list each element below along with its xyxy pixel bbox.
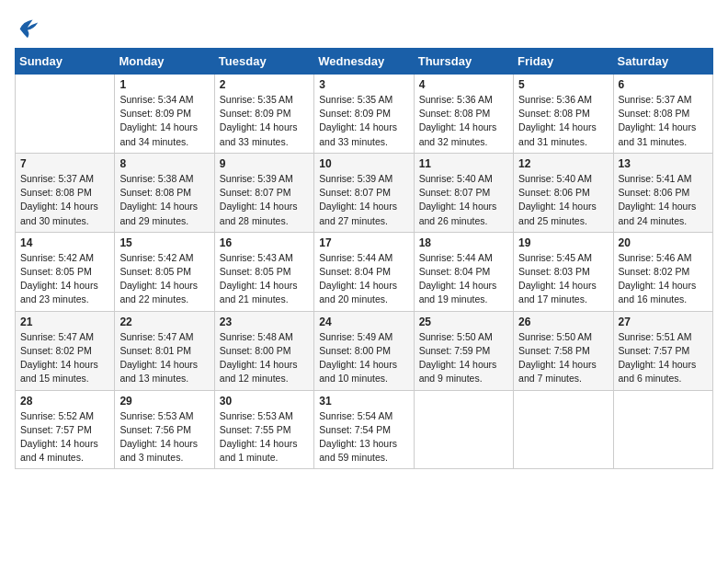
day-info: Sunrise: 5:37 AM Sunset: 8:08 PM Dayligh… (619, 93, 708, 149)
day-number: 16 (220, 236, 309, 249)
day-number: 20 (619, 236, 708, 249)
week-row-3: 14Sunrise: 5:42 AM Sunset: 8:05 PM Dayli… (16, 232, 713, 311)
day-info: Sunrise: 5:41 AM Sunset: 8:06 PM Dayligh… (619, 172, 708, 228)
day-number: 4 (419, 78, 508, 91)
day-info: Sunrise: 5:34 AM Sunset: 8:09 PM Dayligh… (119, 93, 209, 149)
calendar-cell: 4Sunrise: 5:36 AM Sunset: 8:08 PM Daylig… (414, 75, 513, 154)
day-info: Sunrise: 5:44 AM Sunset: 8:04 PM Dayligh… (419, 251, 508, 307)
day-number: 8 (119, 157, 209, 170)
calendar-cell: 16Sunrise: 5:43 AM Sunset: 8:05 PM Dayli… (214, 232, 313, 311)
day-info: Sunrise: 5:39 AM Sunset: 8:07 PM Dayligh… (319, 172, 408, 228)
week-row-4: 21Sunrise: 5:47 AM Sunset: 8:02 PM Dayli… (16, 311, 713, 390)
day-number: 3 (319, 78, 408, 91)
calendar-cell: 25Sunrise: 5:50 AM Sunset: 7:59 PM Dayli… (414, 311, 513, 390)
day-info: Sunrise: 5:52 AM Sunset: 7:57 PM Dayligh… (20, 409, 109, 465)
calendar-cell (514, 390, 613, 469)
week-row-5: 28Sunrise: 5:52 AM Sunset: 7:57 PM Dayli… (16, 390, 713, 469)
calendar-cell: 14Sunrise: 5:42 AM Sunset: 8:05 PM Dayli… (16, 232, 115, 311)
day-info: Sunrise: 5:53 AM Sunset: 7:55 PM Dayligh… (220, 409, 309, 465)
day-number: 13 (619, 157, 708, 170)
weekday-wednesday: Wednesday (314, 49, 414, 75)
day-info: Sunrise: 5:54 AM Sunset: 7:54 PM Dayligh… (319, 409, 408, 465)
day-number: 23 (220, 316, 309, 328)
day-number: 11 (419, 157, 508, 170)
day-info: Sunrise: 5:40 AM Sunset: 8:07 PM Dayligh… (419, 172, 508, 228)
calendar-cell: 26Sunrise: 5:50 AM Sunset: 7:58 PM Dayli… (514, 311, 613, 390)
calendar-cell: 31Sunrise: 5:54 AM Sunset: 7:54 PM Dayli… (314, 390, 414, 469)
day-number: 28 (20, 395, 109, 408)
weekday-thursday: Thursday (414, 49, 513, 75)
day-number: 19 (518, 236, 608, 249)
weekday-monday: Monday (115, 49, 214, 75)
day-number: 26 (518, 316, 608, 328)
weekday-header-row: SundayMondayTuesdayWednesdayThursdayFrid… (16, 49, 713, 75)
calendar-cell: 15Sunrise: 5:42 AM Sunset: 8:05 PM Dayli… (115, 232, 214, 311)
day-info: Sunrise: 5:44 AM Sunset: 8:04 PM Dayligh… (319, 251, 408, 307)
day-number: 24 (319, 316, 408, 328)
day-number: 22 (119, 316, 209, 328)
day-number: 12 (518, 157, 608, 170)
calendar-cell: 17Sunrise: 5:44 AM Sunset: 8:04 PM Dayli… (314, 232, 414, 311)
calendar-cell (414, 390, 513, 469)
calendar-cell: 29Sunrise: 5:53 AM Sunset: 7:56 PM Dayli… (115, 390, 214, 469)
calendar-cell: 13Sunrise: 5:41 AM Sunset: 8:06 PM Dayli… (613, 153, 712, 232)
calendar-cell: 20Sunrise: 5:46 AM Sunset: 8:02 PM Dayli… (613, 232, 712, 311)
calendar-cell: 30Sunrise: 5:53 AM Sunset: 7:55 PM Dayli… (214, 390, 313, 469)
calendar-body: 1Sunrise: 5:34 AM Sunset: 8:09 PM Daylig… (16, 75, 713, 469)
calendar-cell: 22Sunrise: 5:47 AM Sunset: 8:01 PM Dayli… (115, 311, 214, 390)
calendar-cell: 18Sunrise: 5:44 AM Sunset: 8:04 PM Dayli… (414, 232, 513, 311)
day-number: 17 (319, 236, 408, 249)
calendar-cell: 8Sunrise: 5:38 AM Sunset: 8:08 PM Daylig… (115, 153, 214, 232)
day-info: Sunrise: 5:37 AM Sunset: 8:08 PM Dayligh… (20, 172, 109, 228)
day-info: Sunrise: 5:46 AM Sunset: 8:02 PM Dayligh… (619, 251, 708, 307)
weekday-saturday: Saturday (613, 49, 712, 75)
day-info: Sunrise: 5:36 AM Sunset: 8:08 PM Dayligh… (518, 93, 608, 149)
week-row-2: 7Sunrise: 5:37 AM Sunset: 8:08 PM Daylig… (16, 153, 713, 232)
day-info: Sunrise: 5:38 AM Sunset: 8:08 PM Dayligh… (119, 172, 209, 228)
page-header (15, 15, 713, 40)
day-info: Sunrise: 5:50 AM Sunset: 7:59 PM Dayligh… (419, 330, 508, 386)
day-info: Sunrise: 5:35 AM Sunset: 8:09 PM Dayligh… (319, 93, 408, 149)
day-number: 27 (619, 316, 708, 328)
day-info: Sunrise: 5:35 AM Sunset: 8:09 PM Dayligh… (220, 93, 309, 149)
calendar-cell: 6Sunrise: 5:37 AM Sunset: 8:08 PM Daylig… (613, 75, 712, 154)
day-number: 18 (419, 236, 508, 249)
weekday-tuesday: Tuesday (214, 49, 313, 75)
day-info: Sunrise: 5:39 AM Sunset: 8:07 PM Dayligh… (220, 172, 309, 228)
day-info: Sunrise: 5:53 AM Sunset: 7:56 PM Dayligh… (119, 409, 209, 465)
calendar-table: SundayMondayTuesdayWednesdayThursdayFrid… (15, 48, 713, 469)
day-info: Sunrise: 5:47 AM Sunset: 8:01 PM Dayligh… (119, 330, 209, 386)
calendar-cell: 27Sunrise: 5:51 AM Sunset: 7:57 PM Dayli… (613, 311, 712, 390)
day-number: 9 (220, 157, 309, 170)
calendar-cell: 11Sunrise: 5:40 AM Sunset: 8:07 PM Dayli… (414, 153, 513, 232)
day-number: 31 (319, 395, 408, 408)
calendar-cell: 23Sunrise: 5:48 AM Sunset: 8:00 PM Dayli… (214, 311, 313, 390)
calendar-cell (16, 75, 115, 154)
calendar-cell: 21Sunrise: 5:47 AM Sunset: 8:02 PM Dayli… (16, 311, 115, 390)
weekday-friday: Friday (514, 49, 613, 75)
day-number: 10 (319, 157, 408, 170)
calendar-cell: 2Sunrise: 5:35 AM Sunset: 8:09 PM Daylig… (214, 75, 313, 154)
day-number: 5 (518, 78, 608, 91)
day-info: Sunrise: 5:40 AM Sunset: 8:06 PM Dayligh… (518, 172, 608, 228)
day-info: Sunrise: 5:51 AM Sunset: 7:57 PM Dayligh… (619, 330, 708, 386)
calendar-cell: 7Sunrise: 5:37 AM Sunset: 8:08 PM Daylig… (16, 153, 115, 232)
day-info: Sunrise: 5:47 AM Sunset: 8:02 PM Dayligh… (20, 330, 109, 386)
logo-bird-icon (15, 15, 40, 40)
day-info: Sunrise: 5:43 AM Sunset: 8:05 PM Dayligh… (220, 251, 309, 307)
day-info: Sunrise: 5:48 AM Sunset: 8:00 PM Dayligh… (220, 330, 309, 386)
day-info: Sunrise: 5:45 AM Sunset: 8:03 PM Dayligh… (518, 251, 608, 307)
day-info: Sunrise: 5:42 AM Sunset: 8:05 PM Dayligh… (20, 251, 109, 307)
day-info: Sunrise: 5:50 AM Sunset: 7:58 PM Dayligh… (518, 330, 608, 386)
week-row-1: 1Sunrise: 5:34 AM Sunset: 8:09 PM Daylig… (16, 75, 713, 154)
calendar-cell: 24Sunrise: 5:49 AM Sunset: 8:00 PM Dayli… (314, 311, 414, 390)
day-number: 15 (119, 236, 209, 249)
day-info: Sunrise: 5:42 AM Sunset: 8:05 PM Dayligh… (119, 251, 209, 307)
calendar-cell: 3Sunrise: 5:35 AM Sunset: 8:09 PM Daylig… (314, 75, 414, 154)
day-number: 7 (20, 157, 109, 170)
logo (15, 15, 44, 40)
day-number: 29 (119, 395, 209, 408)
day-number: 14 (20, 236, 109, 249)
calendar-cell: 9Sunrise: 5:39 AM Sunset: 8:07 PM Daylig… (214, 153, 313, 232)
day-number: 21 (20, 316, 109, 328)
